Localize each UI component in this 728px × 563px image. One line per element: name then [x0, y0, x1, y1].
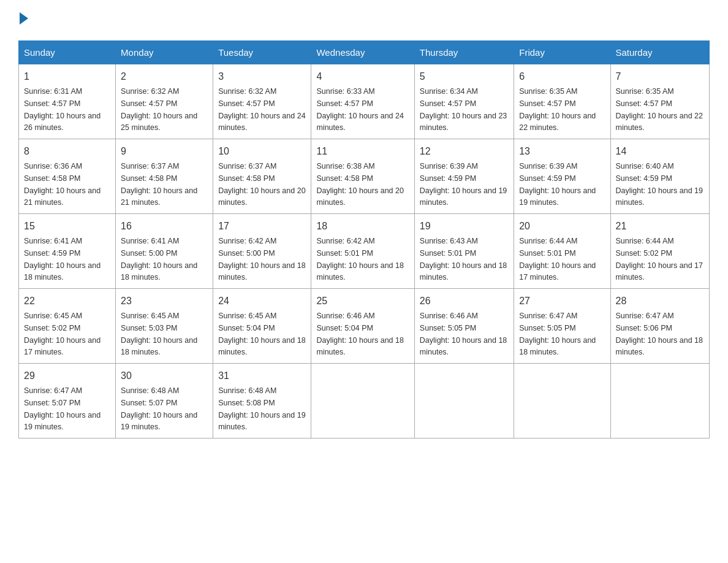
day-cell-20: 20Sunrise: 6:44 AM Sunset: 5:01 PM Dayli…	[514, 214, 610, 289]
week-row-1: 1Sunrise: 6:31 AM Sunset: 4:57 PM Daylig…	[19, 64, 710, 139]
header-cell-monday: Monday	[116, 41, 213, 64]
day-number: 2	[121, 69, 208, 84]
day-cell-19: 19Sunrise: 6:43 AM Sunset: 5:01 PM Dayli…	[414, 214, 514, 289]
day-cell-6: 6Sunrise: 6:35 AM Sunset: 4:57 PM Daylig…	[514, 64, 610, 139]
day-info: Sunrise: 6:45 AM Sunset: 5:04 PM Dayligh…	[218, 312, 305, 356]
day-number: 5	[420, 69, 509, 84]
day-info: Sunrise: 6:35 AM Sunset: 4:57 PM Dayligh…	[616, 87, 703, 132]
day-info: Sunrise: 6:42 AM Sunset: 5:01 PM Dayligh…	[316, 237, 403, 282]
day-info: Sunrise: 6:46 AM Sunset: 5:05 PM Dayligh…	[420, 312, 507, 356]
day-cell-3: 3Sunrise: 6:32 AM Sunset: 4:57 PM Daylig…	[213, 64, 311, 139]
day-number: 10	[218, 144, 306, 159]
day-number: 8	[24, 144, 110, 159]
day-number: 9	[121, 144, 208, 159]
day-cell-24: 24Sunrise: 6:45 AM Sunset: 5:04 PM Dayli…	[213, 289, 311, 364]
day-info: Sunrise: 6:47 AM Sunset: 5:06 PM Dayligh…	[616, 312, 703, 356]
day-info: Sunrise: 6:35 AM Sunset: 4:57 PM Dayligh…	[519, 87, 596, 132]
day-cell-12: 12Sunrise: 6:39 AM Sunset: 4:59 PM Dayli…	[414, 139, 514, 214]
day-number: 22	[24, 294, 110, 308]
day-number: 17	[218, 219, 306, 234]
day-info: Sunrise: 6:47 AM Sunset: 5:05 PM Dayligh…	[519, 312, 596, 356]
day-cell-29: 29Sunrise: 6:47 AM Sunset: 5:07 PM Dayli…	[19, 364, 116, 439]
day-cell-26: 26Sunrise: 6:46 AM Sunset: 5:05 PM Dayli…	[414, 289, 514, 364]
day-info: Sunrise: 6:34 AM Sunset: 4:57 PM Dayligh…	[420, 87, 507, 132]
day-info: Sunrise: 6:39 AM Sunset: 4:59 PM Dayligh…	[420, 162, 507, 207]
day-number: 21	[616, 219, 705, 234]
day-info: Sunrise: 6:31 AM Sunset: 4:57 PM Dayligh…	[24, 87, 100, 132]
day-number: 7	[616, 69, 705, 84]
day-number: 12	[420, 144, 509, 159]
day-info: Sunrise: 6:45 AM Sunset: 5:03 PM Dayligh…	[121, 312, 197, 356]
empty-cell	[610, 364, 710, 439]
day-number: 28	[616, 294, 705, 308]
day-number: 11	[316, 144, 409, 159]
day-number: 24	[218, 294, 306, 308]
day-number: 29	[24, 369, 110, 383]
header	[18, 12, 710, 28]
day-cell-8: 8Sunrise: 6:36 AM Sunset: 4:58 PM Daylig…	[19, 139, 116, 214]
day-number: 1	[24, 69, 110, 84]
day-cell-23: 23Sunrise: 6:45 AM Sunset: 5:03 PM Dayli…	[116, 289, 213, 364]
day-cell-11: 11Sunrise: 6:38 AM Sunset: 4:58 PM Dayli…	[311, 139, 414, 214]
day-cell-5: 5Sunrise: 6:34 AM Sunset: 4:57 PM Daylig…	[414, 64, 514, 139]
day-info: Sunrise: 6:48 AM Sunset: 5:07 PM Dayligh…	[121, 386, 197, 431]
empty-cell	[311, 364, 414, 439]
calendar-header-row: SundayMondayTuesdayWednesdayThursdayFrid…	[19, 41, 710, 64]
header-cell-thursday: Thursday	[414, 41, 514, 64]
day-number: 20	[519, 219, 605, 234]
day-number: 13	[519, 144, 605, 159]
header-cell-saturday: Saturday	[610, 41, 710, 64]
day-cell-4: 4Sunrise: 6:33 AM Sunset: 4:57 PM Daylig…	[311, 64, 414, 139]
day-cell-18: 18Sunrise: 6:42 AM Sunset: 5:01 PM Dayli…	[311, 214, 414, 289]
day-cell-28: 28Sunrise: 6:47 AM Sunset: 5:06 PM Dayli…	[610, 289, 710, 364]
week-row-3: 15Sunrise: 6:41 AM Sunset: 4:59 PM Dayli…	[19, 214, 710, 289]
header-cell-sunday: Sunday	[19, 41, 116, 64]
day-number: 27	[519, 294, 605, 308]
day-cell-2: 2Sunrise: 6:32 AM Sunset: 4:57 PM Daylig…	[116, 64, 213, 139]
week-row-5: 29Sunrise: 6:47 AM Sunset: 5:07 PM Dayli…	[19, 364, 710, 439]
day-cell-15: 15Sunrise: 6:41 AM Sunset: 4:59 PM Dayli…	[19, 214, 116, 289]
day-number: 26	[420, 294, 509, 308]
day-cell-21: 21Sunrise: 6:44 AM Sunset: 5:02 PM Dayli…	[610, 214, 710, 289]
day-number: 30	[121, 369, 208, 383]
day-info: Sunrise: 6:48 AM Sunset: 5:08 PM Dayligh…	[218, 386, 305, 431]
header-cell-tuesday: Tuesday	[213, 41, 311, 64]
header-cell-friday: Friday	[514, 41, 610, 64]
day-cell-22: 22Sunrise: 6:45 AM Sunset: 5:02 PM Dayli…	[19, 289, 116, 364]
day-number: 18	[316, 219, 409, 234]
day-cell-30: 30Sunrise: 6:48 AM Sunset: 5:07 PM Dayli…	[116, 364, 213, 439]
day-info: Sunrise: 6:44 AM Sunset: 5:02 PM Dayligh…	[616, 237, 703, 282]
day-number: 15	[24, 219, 110, 234]
day-info: Sunrise: 6:44 AM Sunset: 5:01 PM Dayligh…	[519, 237, 596, 282]
day-info: Sunrise: 6:47 AM Sunset: 5:07 PM Dayligh…	[24, 386, 100, 431]
day-info: Sunrise: 6:42 AM Sunset: 5:00 PM Dayligh…	[218, 237, 305, 282]
day-number: 14	[616, 144, 705, 159]
day-info: Sunrise: 6:40 AM Sunset: 4:59 PM Dayligh…	[616, 162, 703, 207]
week-row-2: 8Sunrise: 6:36 AM Sunset: 4:58 PM Daylig…	[19, 139, 710, 214]
day-info: Sunrise: 6:32 AM Sunset: 4:57 PM Dayligh…	[121, 87, 197, 132]
day-number: 25	[316, 294, 409, 308]
day-info: Sunrise: 6:33 AM Sunset: 4:57 PM Dayligh…	[316, 87, 403, 132]
day-cell-13: 13Sunrise: 6:39 AM Sunset: 4:59 PM Dayli…	[514, 139, 610, 214]
day-cell-16: 16Sunrise: 6:41 AM Sunset: 5:00 PM Dayli…	[116, 214, 213, 289]
day-number: 23	[121, 294, 208, 308]
day-info: Sunrise: 6:46 AM Sunset: 5:04 PM Dayligh…	[316, 312, 403, 356]
day-info: Sunrise: 6:41 AM Sunset: 4:59 PM Dayligh…	[24, 237, 100, 282]
logo	[18, 12, 28, 28]
week-row-4: 22Sunrise: 6:45 AM Sunset: 5:02 PM Dayli…	[19, 289, 710, 364]
day-info: Sunrise: 6:41 AM Sunset: 5:00 PM Dayligh…	[121, 237, 197, 282]
day-cell-31: 31Sunrise: 6:48 AM Sunset: 5:08 PM Dayli…	[213, 364, 311, 439]
day-number: 19	[420, 219, 509, 234]
day-info: Sunrise: 6:32 AM Sunset: 4:57 PM Dayligh…	[218, 87, 305, 132]
day-info: Sunrise: 6:43 AM Sunset: 5:01 PM Dayligh…	[420, 237, 507, 282]
logo-triangle-icon	[20, 12, 28, 25]
day-number: 4	[316, 69, 409, 84]
day-info: Sunrise: 6:36 AM Sunset: 4:58 PM Dayligh…	[24, 162, 100, 207]
calendar-table: SundayMondayTuesdayWednesdayThursdayFrid…	[18, 40, 710, 439]
day-info: Sunrise: 6:37 AM Sunset: 4:58 PM Dayligh…	[218, 162, 305, 207]
header-cell-wednesday: Wednesday	[311, 41, 414, 64]
day-cell-1: 1Sunrise: 6:31 AM Sunset: 4:57 PM Daylig…	[19, 64, 116, 139]
day-number: 6	[519, 69, 605, 84]
day-info: Sunrise: 6:37 AM Sunset: 4:58 PM Dayligh…	[121, 162, 197, 207]
day-cell-27: 27Sunrise: 6:47 AM Sunset: 5:05 PM Dayli…	[514, 289, 610, 364]
